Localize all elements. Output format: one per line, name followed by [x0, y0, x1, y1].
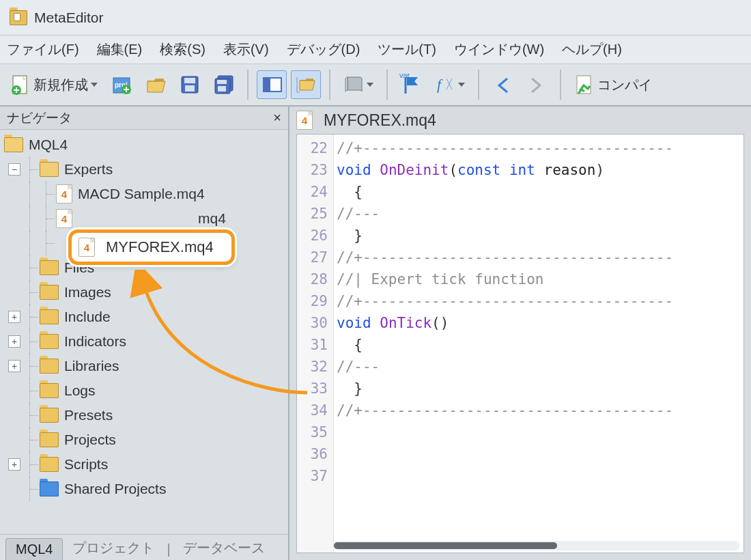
menu-window[interactable]: ウインドウ(W): [454, 40, 544, 59]
var-flag-button[interactable]: var: [396, 70, 426, 99]
nav-forward-button[interactable]: [522, 70, 552, 99]
folder-icon: [40, 457, 59, 472]
compile-button[interactable]: コンパイ: [569, 70, 657, 99]
menu-file[interactable]: ファイル(F): [7, 40, 79, 59]
tree-folder-libraries[interactable]: + Libraries: [4, 354, 285, 378]
tree-folder-logs[interactable]: Logs: [4, 378, 285, 403]
expand-icon[interactable]: +: [8, 360, 20, 372]
save-button[interactable]: [175, 70, 205, 99]
code-content[interactable]: //+------------------------------------v…: [334, 135, 743, 552]
function-button[interactable]: [430, 70, 470, 99]
folder-icon: [40, 432, 59, 447]
expand-icon[interactable]: +: [8, 311, 20, 323]
toolbar-separator: [386, 70, 388, 100]
menu-edit[interactable]: 編集(E): [97, 40, 143, 59]
mq4-file-icon: 4: [56, 209, 72, 228]
toggle-navigator-button[interactable]: [257, 70, 287, 99]
editor-tab-label: MYFOREX.mq4: [324, 111, 436, 130]
folder-icon: [40, 162, 59, 177]
tree-folder-scripts[interactable]: + Scripts: [4, 452, 285, 477]
code-editor[interactable]: 22232425262728293031323334353637 //+----…: [296, 134, 744, 553]
new-project-button[interactable]: [107, 70, 137, 99]
toggle-files-button[interactable]: [291, 70, 321, 99]
callout-label: MYFOREX.mq4: [106, 238, 214, 256]
tab-database[interactable]: データベース: [173, 536, 274, 560]
menu-help[interactable]: ヘルプ(H): [562, 40, 622, 59]
tab-projects[interactable]: プロジェクト: [63, 536, 164, 560]
tree-experts[interactable]: − Experts: [4, 157, 285, 182]
folder-icon: [40, 285, 59, 300]
navigator-header: ナビゲータ ×: [0, 107, 288, 130]
tree-folder-images[interactable]: Images: [4, 280, 285, 305]
compile-label: コンパイ: [597, 76, 652, 94]
toolbar-separator: [329, 70, 330, 100]
tree-folder-include[interactable]: + Include: [4, 305, 285, 329]
app-icon: [10, 10, 27, 25]
navigator-tree: MQL4 − Experts 4 MACD Sample.mq4 4 mq4: [0, 130, 288, 534]
tree-folder-indicators[interactable]: + Indicators: [4, 329, 285, 354]
scrollbar-thumb[interactable]: [334, 542, 557, 549]
new-file-button[interactable]: 新規作成: [5, 70, 102, 99]
editor-file-tab[interactable]: 4 MYFOREX.mq4: [296, 111, 436, 130]
save-all-button[interactable]: [209, 70, 239, 99]
mq4-file-icon: 4: [296, 111, 313, 130]
toolbar-separator: [478, 70, 479, 100]
folder-icon: [40, 260, 59, 275]
titlebar: MetaEditor: [0, 0, 751, 36]
menu-debug[interactable]: デバッグ(D): [287, 40, 360, 59]
mq4-file-icon: 4: [79, 238, 95, 257]
tree-folder-presets[interactable]: Presets: [4, 403, 285, 428]
folder-icon: [40, 408, 59, 423]
open-button[interactable]: [141, 70, 171, 99]
menu-search[interactable]: 検索(S): [160, 40, 206, 59]
toolbar: 新規作成 var コンパイ: [0, 64, 751, 107]
expand-icon[interactable]: +: [8, 335, 20, 348]
tree-file-moving[interactable]: 4 mq4: [4, 206, 285, 231]
navigator-title: ナビゲータ: [7, 109, 72, 127]
tree-file-macd[interactable]: 4 MACD Sample.mq4: [4, 182, 285, 206]
line-number-gutter: 22232425262728293031323334353637: [297, 135, 334, 552]
horizontal-scrollbar[interactable]: [334, 541, 739, 550]
folder-icon: [40, 334, 59, 349]
navigator-bottom-tabs: MQL4 プロジェクト | データベース: [0, 534, 288, 560]
menubar: ファイル(F) 編集(E) 検索(S) 表示(V) デバッグ(D) ツール(T)…: [0, 36, 751, 64]
callout-highlight: 4 MYFOREX.mq4: [68, 229, 235, 265]
tree-folder-shared[interactable]: Shared Projects: [4, 477, 285, 501]
folder-icon: [40, 383, 59, 398]
expand-icon[interactable]: +: [8, 458, 20, 471]
tree-folder-projects[interactable]: Projects: [4, 428, 285, 452]
toolbar-separator: [247, 70, 249, 100]
nav-back-button[interactable]: [487, 70, 518, 99]
new-label: 新規作成: [33, 76, 88, 94]
help-book-button[interactable]: [339, 70, 378, 99]
folder-icon: [40, 481, 59, 496]
folder-icon: [40, 359, 59, 374]
menu-tools[interactable]: ツール(T): [378, 40, 436, 59]
folder-icon: [4, 137, 23, 152]
menu-view[interactable]: 表示(V): [223, 40, 269, 59]
app-title: MetaEditor: [34, 10, 104, 26]
tab-mql4[interactable]: MQL4: [5, 538, 63, 560]
toolbar-separator: [560, 70, 561, 100]
navigator-panel: ナビゲータ × MQL4 − Experts 4 MACD Sample.mq4: [0, 107, 289, 560]
mq4-file-icon: 4: [56, 184, 72, 204]
folder-icon: [40, 309, 59, 324]
collapse-icon[interactable]: −: [8, 163, 20, 176]
navigator-close-icon[interactable]: ×: [273, 110, 281, 126]
editor-area: 4 MYFOREX.mq4 22232425262728293031323334…: [289, 107, 751, 560]
tree-root[interactable]: MQL4: [4, 132, 285, 157]
